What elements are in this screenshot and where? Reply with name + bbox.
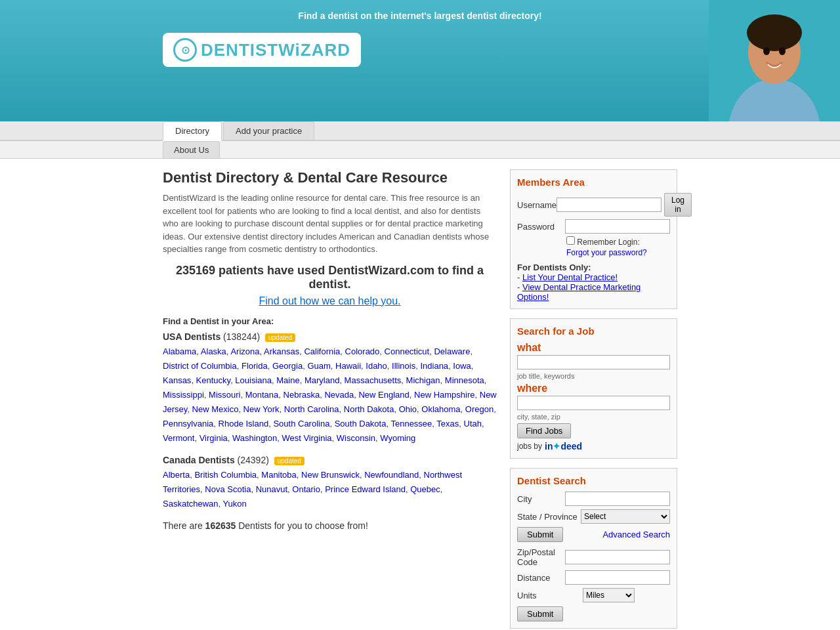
state-link-arkansas[interactable]: Arkansas xyxy=(264,346,299,356)
username-label: Username xyxy=(517,200,556,210)
state-link-north-carolina[interactable]: North Carolina xyxy=(284,404,339,414)
logo-dentist: DENTIST xyxy=(201,40,278,60)
state-link-maryland[interactable]: Maryland xyxy=(304,375,339,385)
state-link-arizona[interactable]: Arizona xyxy=(230,346,259,356)
login-button[interactable]: Log in xyxy=(664,193,692,217)
province-link-new-brunswick[interactable]: New Brunswick xyxy=(301,470,360,480)
dentist-search-submit2[interactable]: Submit xyxy=(517,606,563,621)
province-link-alberta[interactable]: Alberta xyxy=(163,470,190,480)
state-link-california[interactable]: California xyxy=(304,346,340,356)
state-link-new-hampshire[interactable]: New Hampshire xyxy=(414,390,474,400)
units-select[interactable]: MilesKilometers xyxy=(583,588,635,602)
usa-dentists-link[interactable]: USA Dentists xyxy=(163,331,220,342)
province-link-ontario[interactable]: Ontario xyxy=(292,484,320,494)
province-link-quebec[interactable]: Quebec xyxy=(410,484,440,494)
state-link-district-of-columbia[interactable]: District of Columbia xyxy=(163,361,237,371)
jobs-by-row: jobs by in✦deed xyxy=(517,441,670,452)
state-link-washington[interactable]: Washington xyxy=(232,433,277,443)
dentist-search-submit[interactable]: Submit xyxy=(517,527,563,542)
province-link-british-columbia[interactable]: British Columbia xyxy=(194,470,257,480)
state-link-iowa[interactable]: Iowa xyxy=(453,361,471,371)
state-link-new-england[interactable]: New England xyxy=(358,390,409,400)
state-link-south-dakota[interactable]: South Dakota xyxy=(335,419,387,429)
state-link-south-carolina[interactable]: South Carolina xyxy=(273,419,329,429)
province-link-nunavut[interactable]: Nunavut xyxy=(256,484,287,494)
find-link[interactable]: Find out how we can help you. xyxy=(163,295,497,307)
state-link-new-mexico[interactable]: New Mexico xyxy=(192,404,239,414)
state-link-alaska[interactable]: Alaska xyxy=(201,346,226,356)
state-link-delaware[interactable]: Delaware xyxy=(434,346,470,356)
state-link-new-york[interactable]: New York xyxy=(243,404,280,414)
state-link-west-virginia[interactable]: West Virginia xyxy=(282,433,331,443)
state-link-colorado[interactable]: Colorado xyxy=(345,346,380,356)
canada-dentists-link[interactable]: Canada Dentists xyxy=(163,455,235,465)
page-description: DentistWizard is the leading online reso… xyxy=(163,192,497,256)
remember-checkbox[interactable] xyxy=(566,236,575,245)
province-link-newfoundland[interactable]: Newfoundland xyxy=(364,470,419,480)
tab-add-practice[interactable]: Add your practice xyxy=(223,121,314,140)
state-link-hawaii[interactable]: Hawaii xyxy=(335,361,361,371)
state-link-tennessee[interactable]: Tennessee xyxy=(390,419,432,429)
province-link-nova-scotia[interactable]: Nova Scotia xyxy=(205,484,251,494)
state-link-indiana[interactable]: Indiana xyxy=(420,361,448,371)
province-link-prince-edward-island[interactable]: Prince Edward Island xyxy=(325,484,406,494)
view-marketing-link[interactable]: View Dental Practice Marketing Options! xyxy=(517,282,640,302)
state-link-michigan[interactable]: Michigan xyxy=(406,375,440,385)
state-link-pennsylvania[interactable]: Pennsylvania xyxy=(163,419,213,429)
state-link-guam[interactable]: Guam xyxy=(307,361,330,371)
canada-dentists-section: Canada Dentists (24392) updated Alberta,… xyxy=(163,455,497,511)
find-jobs-button[interactable]: Find Jobs xyxy=(517,423,571,438)
indeed-star: ✦ xyxy=(553,441,560,452)
state-link-virginia[interactable]: Virginia xyxy=(200,433,228,443)
state-link-idaho[interactable]: Idaho xyxy=(366,361,387,371)
canada-updated-badge: updated xyxy=(274,457,304,465)
state-link-connecticut[interactable]: Connecticut xyxy=(385,346,430,356)
logo-box: ⊙ DENTISTWiZARD xyxy=(163,33,361,67)
city-input[interactable] xyxy=(565,492,670,506)
state-link-maine[interactable]: Maine xyxy=(276,375,299,385)
state-link-wisconsin[interactable]: Wisconsin xyxy=(337,433,375,443)
password-input[interactable] xyxy=(565,219,670,234)
state-link-kansas[interactable]: Kansas xyxy=(163,375,191,385)
state-link-ohio[interactable]: Ohio xyxy=(399,404,417,414)
forgot-password-link[interactable]: Forgot your password? xyxy=(517,248,670,257)
state-select[interactable]: SelectAlabamaAlaskaArizonaArkansasCalifo… xyxy=(581,509,670,524)
state-link-texas[interactable]: Texas xyxy=(436,419,459,429)
tab-about-us[interactable]: About Us xyxy=(163,141,220,158)
zip-input[interactable] xyxy=(565,550,670,564)
total-count: 162635 xyxy=(205,520,236,531)
logo-wizard: WiZARD xyxy=(278,40,350,60)
state-link-illinois[interactable]: Illinois xyxy=(392,361,415,371)
state-link-kentucky[interactable]: Kentucky xyxy=(196,375,231,385)
state-link-montana[interactable]: Montana xyxy=(245,390,279,400)
state-link-vermont[interactable]: Vermont xyxy=(163,433,194,443)
state-link-north-dakota[interactable]: North Dakota xyxy=(344,404,394,414)
tab-directory[interactable]: Directory xyxy=(163,121,222,141)
province-link-manitoba[interactable]: Manitoba xyxy=(261,470,296,480)
state-link-minnesota[interactable]: Minnesota xyxy=(445,375,484,385)
state-link-louisiana[interactable]: Louisiana xyxy=(235,375,272,385)
state-link-rhode-island[interactable]: Rhode Island xyxy=(219,419,269,429)
job-what-input[interactable] xyxy=(517,355,670,369)
city-row: City xyxy=(517,492,670,506)
state-link-nebraska[interactable]: Nebraska xyxy=(284,390,320,400)
advanced-search-link[interactable]: Advanced Search xyxy=(602,530,670,539)
state-link-wyoming[interactable]: Wyoming xyxy=(380,433,415,443)
distance-input[interactable] xyxy=(565,570,670,585)
job-where-input[interactable] xyxy=(517,396,670,410)
username-input[interactable] xyxy=(556,198,662,212)
province-link-saskatchewan[interactable]: Saskatchewan xyxy=(163,499,219,509)
state-link-mississippi[interactable]: Mississippi xyxy=(163,390,204,400)
state-link-georgia[interactable]: Georgia xyxy=(272,361,303,371)
state-link-florida[interactable]: Florida xyxy=(242,361,268,371)
state-link-alabama[interactable]: Alabama xyxy=(163,346,196,356)
state-link-nevada[interactable]: Nevada xyxy=(324,390,354,400)
province-link-yukon[interactable]: Yukon xyxy=(223,499,247,509)
list-practice-link[interactable]: List Your Dental Practice! xyxy=(522,272,618,282)
state-link-oklahoma[interactable]: Oklahoma xyxy=(421,404,460,414)
state-link-oregon[interactable]: Oregon xyxy=(465,404,494,414)
state-link-massachusetts[interactable]: Massachusetts xyxy=(345,375,402,385)
svg-point-3 xyxy=(747,14,802,51)
state-link-missouri[interactable]: Missouri xyxy=(209,390,240,400)
state-link-utah[interactable]: Utah xyxy=(464,419,482,429)
